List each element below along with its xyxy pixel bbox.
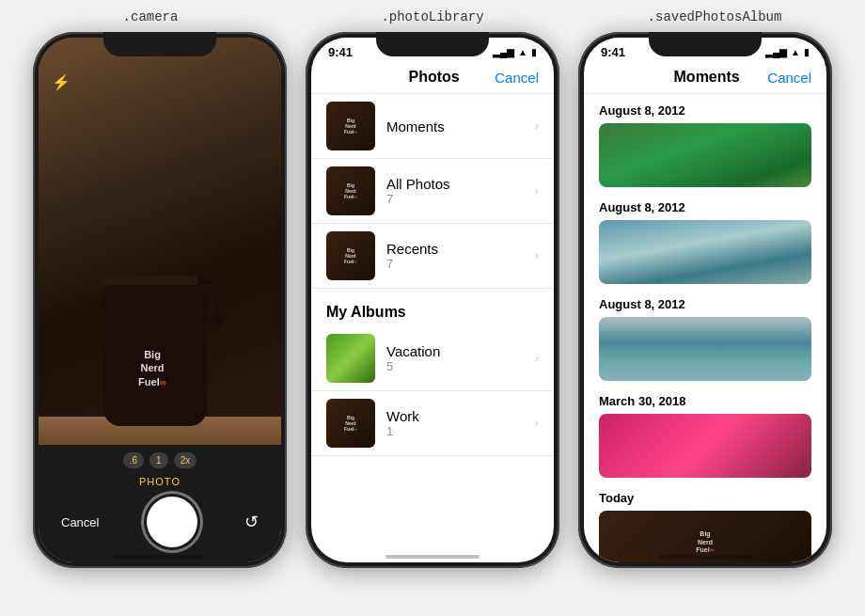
shutter-button[interactable] (147, 497, 197, 547)
nav-cancel-button[interactable]: Cancel (495, 70, 539, 86)
saved-photos-label: .savedPhotosAlbum (583, 9, 846, 24)
moment-date-2: August 8, 2012 (599, 200, 811, 214)
zoom-1x[interactable]: 1 (149, 452, 168, 468)
photo-library-label: .photoLibrary (301, 9, 564, 24)
notch (376, 32, 489, 56)
moment-aug-2012-1: August 8, 2012 (584, 94, 826, 191)
home-indicator-3 (658, 555, 752, 559)
saved-nav-cancel-button[interactable]: Cancel (767, 70, 811, 86)
flip-camera-button[interactable]: ↺ (244, 512, 259, 532)
moment-date-1: August 8, 2012 (599, 103, 811, 118)
recents-item[interactable]: BigNerdFuel∞ Recents 7 › (311, 224, 554, 289)
notch (103, 32, 216, 56)
recents-info: Recents 7 (386, 241, 535, 271)
nav-title: Photos (409, 69, 460, 86)
recents-chevron: › (535, 249, 539, 262)
work-count: 1 (386, 424, 535, 438)
moment-photo-1[interactable] (599, 123, 811, 187)
moment-date-4: March 30, 2018 (599, 394, 811, 408)
moment-photo-2[interactable] (599, 220, 811, 284)
flash-icon[interactable]: ⚡ (52, 73, 71, 91)
wifi-icon: ▲ (518, 47, 527, 57)
mug-text: BigNerdFuel∞ (105, 348, 199, 388)
moments-thumb: BigNerdFuel∞ (326, 102, 375, 150)
moments-chevron: › (535, 119, 539, 133)
zoom-controls: .6 1 2x (123, 452, 197, 468)
moment-photo-4[interactable] (599, 414, 811, 478)
vacation-chevron: › (535, 352, 539, 365)
waterfall2-thumb (599, 220, 811, 284)
saved-status-time: 9:41 (601, 45, 625, 59)
albums-list: BigNerdFuel∞ Moments › BigNerdFuel∞ (311, 94, 554, 562)
battery-icon: ▮ (531, 47, 537, 57)
notch (649, 32, 762, 56)
camera-label: .camera (19, 9, 282, 24)
moment-photo-3[interactable] (599, 317, 811, 381)
zoom-2x[interactable]: 2x (174, 452, 197, 468)
all-photos-info: All Photos 7 (386, 176, 535, 206)
nav-bar: Photos Cancel (311, 63, 554, 94)
saved-battery-icon: ▮ (804, 47, 810, 57)
moments-info: Moments (386, 118, 535, 134)
vacation-count: 5 (386, 359, 535, 373)
camera-cancel-button[interactable]: Cancel (61, 515, 99, 529)
camera-controls: .6 1 2x PHOTO Cancel ↺ (39, 445, 281, 562)
camera-phone: ⚡ BigNerdFuel∞ .6 1 2x (33, 32, 287, 568)
all-photos-name: All Photos (386, 176, 535, 192)
recents-thumb: BigNerdFuel∞ (326, 231, 375, 280)
moment-mar-2018: March 30, 2018 (584, 385, 826, 482)
work-name: Work (386, 408, 535, 424)
work-chevron: › (535, 417, 539, 430)
vacation-album-item[interactable]: Vacation 5 › (311, 326, 554, 391)
photo-library-phone: 9:41 ▂▄▆ ▲ ▮ Photos Cancel (306, 32, 559, 568)
zoom-point6[interactable]: .6 (123, 452, 144, 468)
saved-signal-icon: ▂▄▆ (765, 47, 787, 57)
signal-icon: ▂▄▆ (493, 47, 514, 57)
home-indicator-2 (385, 555, 480, 559)
saved-nav-bar: Moments Cancel (584, 63, 826, 94)
recents-name: Recents (386, 241, 535, 257)
home-indicator (113, 555, 207, 559)
moment-aug-2012-2: August 8, 2012 (584, 191, 826, 288)
moment-date-5: Today (599, 491, 811, 505)
saved-photos-phone: 9:41 ▂▄▆ ▲ ▮ Moments Cancel August 8, 20 (578, 32, 832, 568)
all-photos-thumb: BigNerdFuel∞ (326, 166, 375, 215)
moments-name: Moments (386, 118, 535, 134)
my-albums-header: My Albums (311, 289, 554, 326)
waterfall3-thumb (599, 317, 811, 381)
all-photos-item[interactable]: BigNerdFuel∞ All Photos 7 › (311, 159, 554, 224)
moment-aug-2012-3: August 8, 2012 (584, 288, 826, 385)
vacation-name: Vacation (386, 343, 535, 359)
flowers-thumb (599, 414, 811, 478)
camera-mode-label: PHOTO (139, 476, 181, 487)
saved-status-icons: ▂▄▆ ▲ ▮ (765, 47, 810, 57)
vacation-info: Vacation 5 (386, 343, 535, 373)
status-time: 9:41 (328, 45, 353, 59)
moments-list: August 8, 2012 August 8, 2012 (584, 94, 826, 562)
recents-count: 7 (386, 257, 535, 271)
vacation-thumb (326, 334, 375, 383)
status-icons: ▂▄▆ ▲ ▮ (493, 47, 537, 57)
all-photos-count: 7 (386, 192, 535, 206)
work-album-item[interactable]: BigNerdFuel∞ Work 1 › (311, 391, 554, 456)
mug-display: BigNerdFuel∞ (85, 247, 235, 426)
saved-nav-title: Moments (674, 69, 740, 86)
moment-date-3: August 8, 2012 (599, 297, 811, 311)
waterfall1-thumb (599, 123, 811, 187)
camera-bottom-controls: Cancel ↺ (39, 497, 281, 547)
camera-viewfinder[interactable]: ⚡ BigNerdFuel∞ (39, 38, 281, 445)
saved-wifi-icon: ▲ (791, 47, 800, 57)
work-info: Work 1 (386, 408, 535, 438)
work-thumb: BigNerdFuel∞ (326, 399, 375, 448)
moment-today: Today BigNerdFuel∞ (584, 482, 826, 562)
all-photos-chevron: › (535, 184, 539, 197)
moments-item[interactable]: BigNerdFuel∞ Moments › (311, 94, 554, 159)
